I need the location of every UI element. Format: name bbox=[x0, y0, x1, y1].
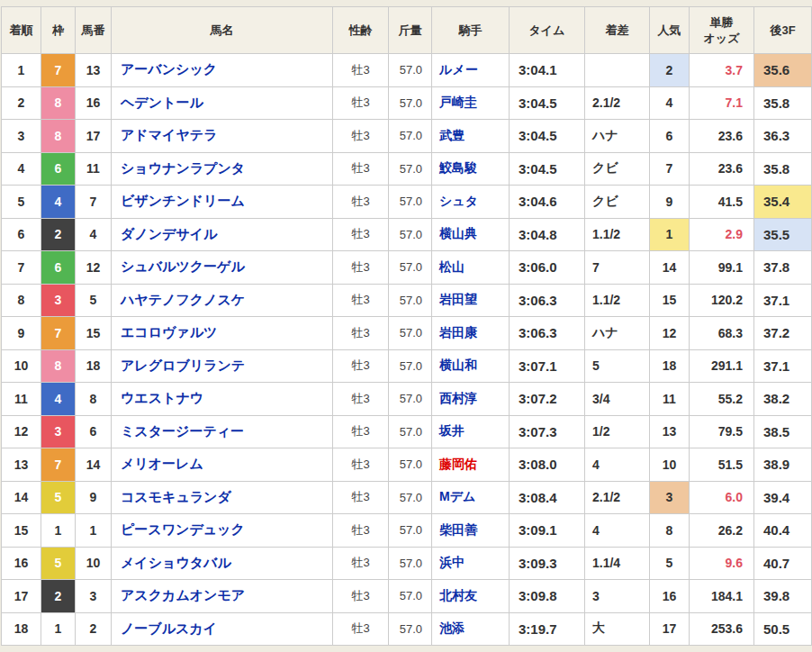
horse-name-link[interactable]: ミスタージーティー bbox=[121, 423, 244, 439]
jockey-link[interactable]: 柴田善 bbox=[439, 522, 477, 537]
horse-name-link[interactable]: ノーブルスカイ bbox=[121, 620, 217, 636]
result-row: 2816ヘデントール牡357.0戸崎圭3:04.52.1/247.135.8 bbox=[2, 86, 812, 120]
last3f-cell: 37.8 bbox=[754, 251, 812, 285]
last3f-cell: 37.2 bbox=[754, 317, 812, 350]
jockey-link[interactable]: 北村友 bbox=[439, 588, 477, 602]
weight-cell: 57.0 bbox=[389, 284, 432, 317]
jockey-cell: 柴田善 bbox=[432, 514, 510, 548]
weight-cell: 57.0 bbox=[389, 251, 432, 285]
odds-cell: 68.3 bbox=[690, 317, 754, 350]
horse-name-link[interactable]: アドマイヤテラ bbox=[121, 127, 217, 142]
popularity-cell: 17 bbox=[650, 612, 690, 646]
jockey-link[interactable]: 坂井 bbox=[439, 423, 465, 438]
rank-cell: 5 bbox=[2, 186, 41, 219]
popularity-cell: 5 bbox=[650, 547, 690, 580]
jockey-link[interactable]: 藤岡佑 bbox=[439, 457, 477, 471]
jockey-link[interactable]: シュタ bbox=[439, 194, 478, 208]
last3f-cell: 38.2 bbox=[754, 383, 812, 416]
jockey-link[interactable]: ルメー bbox=[439, 62, 478, 77]
horse-number-cell: 1 bbox=[76, 514, 112, 548]
time-cell: 3:06.0 bbox=[510, 251, 585, 285]
jockey-cell: Mデム bbox=[432, 481, 510, 514]
jockey-cell: 藤岡佑 bbox=[432, 448, 510, 482]
sex-age-cell: 牡3 bbox=[333, 218, 389, 251]
frame-cell: 5 bbox=[41, 547, 76, 580]
horse-name-link[interactable]: アレグロブリランテ bbox=[121, 358, 245, 373]
jockey-link[interactable]: 横山典 bbox=[439, 226, 477, 240]
horse-name-cell: コスモキュランダ bbox=[112, 481, 333, 514]
horse-name-link[interactable]: ビザンチンドリーム bbox=[121, 193, 245, 208]
weight-cell: 57.0 bbox=[389, 54, 432, 87]
header-row: 着順枠馬番馬名性齢斤量騎手タイム着差人気単勝 オッズ後3F bbox=[2, 7, 812, 54]
horse-name-link[interactable]: アーバンシック bbox=[121, 61, 217, 77]
jockey-link[interactable]: 西村淳 bbox=[439, 391, 477, 405]
rank-cell: 16 bbox=[2, 547, 41, 580]
jockey-cell: シュタ bbox=[432, 186, 510, 219]
last3f-cell: 37.1 bbox=[754, 349, 812, 383]
margin-cell: 1.1/4 bbox=[585, 547, 650, 580]
jockey-link[interactable]: 浜中 bbox=[439, 555, 465, 569]
time-cell: 3:08.4 bbox=[510, 481, 585, 514]
horse-name-link[interactable]: メイショウタバル bbox=[121, 555, 231, 570]
last3f-cell: 37.1 bbox=[754, 284, 812, 317]
popularity-cell: 10 bbox=[650, 448, 690, 482]
rank-cell: 1 bbox=[2, 54, 41, 87]
horse-name-link[interactable]: ハヤテノフクノスケ bbox=[121, 292, 245, 307]
jockey-cell: 松山 bbox=[432, 251, 510, 285]
jockey-link[interactable]: 鮫島駿 bbox=[439, 160, 477, 175]
result-row: 1812ノーブルスカイ牡357.0池添3:19.7大17253.650.5 bbox=[2, 612, 812, 646]
horse-name-cell: アレグロブリランテ bbox=[112, 349, 333, 383]
jockey-link[interactable]: 松山 bbox=[439, 259, 465, 274]
frame-cell: 7 bbox=[41, 54, 76, 87]
jockey-link[interactable]: 戸崎圭 bbox=[439, 95, 477, 109]
horse-name-link[interactable]: ダノンデサイル bbox=[121, 226, 217, 241]
result-row: 7612シュバルツクーゲル牡357.0松山3:06.071499.137.8 bbox=[2, 251, 812, 285]
popularity-cell: 8 bbox=[650, 514, 690, 548]
sex-age-cell: 牡3 bbox=[333, 448, 389, 482]
popularity-cell: 18 bbox=[650, 349, 690, 383]
jockey-link[interactable]: 岩田望 bbox=[439, 292, 477, 306]
jockey-cell: 横山和 bbox=[432, 349, 510, 383]
sex-age-cell: 牡3 bbox=[333, 152, 389, 186]
time-cell: 3:04.1 bbox=[510, 54, 585, 87]
last3f-cell: 39.4 bbox=[754, 481, 812, 514]
horse-number-cell: 2 bbox=[76, 612, 112, 646]
horse-name-link[interactable]: エコロヴァルツ bbox=[121, 324, 217, 340]
jockey-link[interactable]: 横山和 bbox=[439, 358, 477, 372]
result-row: 547ビザンチンドリーム牡357.0シュタ3:04.6クビ941.535.4 bbox=[2, 186, 812, 219]
margin-cell: クビ bbox=[585, 152, 650, 186]
sex-age-cell: 牡3 bbox=[333, 86, 389, 120]
horse-name-link[interactable]: シュバルツクーゲル bbox=[121, 258, 245, 274]
jockey-link[interactable]: 池添 bbox=[439, 620, 465, 635]
jockey-link[interactable]: Mデム bbox=[439, 489, 475, 503]
rank-cell: 18 bbox=[2, 612, 41, 646]
horse-name-link[interactable]: コスモキュランダ bbox=[121, 489, 231, 504]
horse-number-cell: 11 bbox=[76, 152, 112, 186]
horse-name-link[interactable]: アスクカムオンモア bbox=[121, 587, 245, 602]
horse-name-link[interactable]: ウエストナウ bbox=[121, 390, 203, 405]
last3f-cell: 38.9 bbox=[754, 448, 812, 482]
weight-cell: 57.0 bbox=[389, 317, 432, 350]
jockey-link[interactable]: 岩田康 bbox=[439, 325, 477, 340]
result-row: 1713アーバンシック牡357.0ルメー3:04.123.735.6 bbox=[2, 54, 812, 87]
weight-cell: 57.0 bbox=[389, 120, 432, 153]
col-header-sex-age: 性齢 bbox=[333, 7, 389, 54]
frame-cell: 1 bbox=[41, 514, 76, 548]
horse-name-link[interactable]: ショウナンラプンタ bbox=[121, 160, 245, 176]
popularity-cell: 13 bbox=[650, 415, 690, 448]
horse-name-link[interactable]: ヘデントール bbox=[121, 95, 203, 110]
horse-number-cell: 14 bbox=[76, 448, 112, 482]
margin-cell: ハナ bbox=[585, 317, 650, 350]
jockey-cell: ルメー bbox=[432, 54, 510, 87]
odds-cell: 3.7 bbox=[690, 54, 754, 87]
jockey-link[interactable]: 武豊 bbox=[439, 128, 465, 142]
odds-cell: 291.1 bbox=[690, 349, 754, 383]
popularity-cell: 6 bbox=[650, 120, 690, 153]
horse-name-cell: ウエストナウ bbox=[112, 383, 333, 416]
horse-name-link[interactable]: メリオーレム bbox=[121, 456, 203, 471]
weight-cell: 57.0 bbox=[389, 481, 432, 514]
sex-age-cell: 牡3 bbox=[333, 514, 389, 548]
frame-cell: 4 bbox=[41, 186, 76, 219]
horse-name-link[interactable]: ピースワンデュック bbox=[121, 521, 245, 537]
popularity-cell: 16 bbox=[650, 580, 690, 613]
